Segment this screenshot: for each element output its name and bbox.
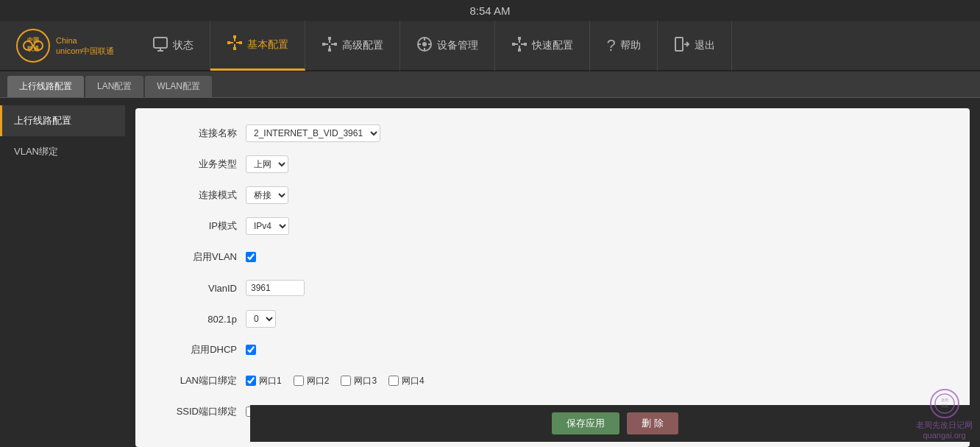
tab-upstream[interactable]: 上行线路配置 bbox=[7, 76, 84, 97]
checkbox-enable-vlan[interactable] bbox=[246, 252, 256, 262]
lan-port4[interactable]: 网口4 bbox=[388, 375, 425, 387]
label-vlan-id: VlanID bbox=[157, 283, 246, 294]
lan-port3[interactable]: 网口3 bbox=[341, 375, 377, 387]
svg-rect-32 bbox=[524, 43, 527, 46]
svg-rect-9 bbox=[227, 41, 230, 44]
help-icon: ? bbox=[606, 36, 615, 55]
time-bar: 8:54 AM bbox=[0, 0, 980, 21]
checkbox-lan-port1[interactable] bbox=[246, 376, 256, 386]
sidebar-item-upstream[interactable]: 上行线路配置 bbox=[0, 105, 125, 136]
svg-text:老周: 老周 bbox=[941, 398, 948, 402]
control-connection-mode: 桥接 bbox=[246, 186, 288, 204]
row-enable-vlan: 启用VLAN bbox=[157, 247, 948, 267]
nav-item-device[interactable]: 设备管理 bbox=[400, 21, 495, 71]
svg-rect-10 bbox=[239, 41, 242, 44]
nav-item-basic[interactable]: 基本配置 bbox=[210, 21, 305, 71]
nav-label-status: 状态 bbox=[173, 39, 193, 52]
control-lan-bind: 网口1 网口2 网口3 网口4 bbox=[246, 375, 425, 387]
row-connection-mode: 连接模式 桥接 bbox=[157, 185, 948, 205]
svg-rect-30 bbox=[518, 37, 521, 40]
nav-items: 状态 基本配置 bbox=[136, 21, 965, 71]
label-ip-mode: IP模式 bbox=[157, 219, 246, 233]
select-service-type[interactable]: 上网 bbox=[246, 155, 288, 173]
watermark-line1: 老周先改日记网 bbox=[916, 420, 973, 431]
row-vlan-id: VlanID bbox=[157, 278, 948, 298]
row-lan-bind: LAN端口绑定 网口1 网口2 网口3 bbox=[157, 370, 948, 391]
sidebar: 上行线路配置 VLAN绑定 bbox=[0, 98, 125, 442]
select-connection-mode[interactable]: 桥接 bbox=[246, 186, 288, 204]
svg-rect-18 bbox=[334, 43, 337, 46]
nav-item-quick[interactable]: 快速配置 bbox=[495, 21, 590, 71]
watermark: 老周 先改 老周先改日记网 quangai.org bbox=[916, 389, 973, 440]
control-service-type: 上网 bbox=[246, 155, 288, 173]
lan-port1[interactable]: 网口1 bbox=[246, 375, 282, 387]
basic-icon bbox=[227, 35, 243, 54]
current-time: 8:54 AM bbox=[469, 4, 510, 17]
label-lan-bind: LAN端口绑定 bbox=[157, 374, 246, 387]
svg-rect-8 bbox=[233, 35, 236, 38]
sidebar-item-vlan[interactable]: VLAN绑定 bbox=[0, 136, 125, 167]
svg-rect-19 bbox=[328, 49, 331, 52]
quick-icon bbox=[511, 36, 528, 56]
nav-label-basic: 基本配置 bbox=[247, 38, 288, 52]
nav-label-advanced: 高级配置 bbox=[342, 39, 383, 52]
tab-wlan[interactable]: WLAN配置 bbox=[145, 76, 212, 97]
logo-icon: 中国 联通 bbox=[15, 27, 52, 64]
checkbox-enable-dhcp[interactable] bbox=[246, 345, 256, 355]
delete-button[interactable]: 删 除 bbox=[627, 412, 678, 434]
watermark-circle: 老周 先改 bbox=[930, 389, 959, 418]
nav-label-exit: 退出 bbox=[695, 39, 715, 52]
nav-item-help[interactable]: ? 帮助 bbox=[590, 21, 657, 71]
nav-item-status[interactable]: 状态 bbox=[136, 21, 210, 71]
row-ip-mode: IP模式 IPv4 bbox=[157, 216, 948, 236]
form-card: 连接名称 2_INTERNET_B_VID_3961 业务类型 上网 bbox=[135, 108, 970, 447]
bottom-buttons: 保存应用 删 除 bbox=[250, 405, 980, 442]
control-vlan-id bbox=[246, 280, 305, 296]
select-ip-mode[interactable]: IPv4 bbox=[246, 217, 289, 235]
save-button[interactable]: 保存应用 bbox=[552, 412, 619, 434]
label-connection-name: 连接名称 bbox=[157, 127, 246, 140]
tab-bar: 上行线路配置 LAN配置 WLAN配置 bbox=[0, 71, 980, 98]
label-service-type: 业务类型 bbox=[157, 158, 246, 171]
nav-item-advanced[interactable]: 高级配置 bbox=[305, 21, 400, 71]
svg-rect-11 bbox=[233, 47, 236, 50]
label-8021p: 802.1p bbox=[157, 314, 246, 325]
logo: 中国 联通 China unicom中国联通 bbox=[15, 27, 114, 64]
svg-rect-5 bbox=[154, 38, 167, 48]
exit-icon bbox=[674, 36, 690, 56]
control-enable-dhcp bbox=[246, 345, 256, 355]
control-ip-mode: IPv4 bbox=[246, 217, 289, 235]
nav-item-exit[interactable]: 退出 bbox=[658, 21, 732, 71]
svg-rect-16 bbox=[328, 37, 331, 40]
label-ssid-bind: SSID端口绑定 bbox=[157, 405, 246, 418]
nav-label-device: 设备管理 bbox=[437, 39, 478, 52]
select-connection-name[interactable]: 2_INTERNET_B_VID_3961 bbox=[246, 124, 380, 142]
control-connection-name: 2_INTERNET_B_VID_3961 bbox=[246, 124, 380, 142]
watermark-line2: quangai.org bbox=[916, 431, 973, 440]
nav-bar: 中国 联通 China unicom中国联通 状态 bbox=[0, 21, 980, 71]
lan-port2[interactable]: 网口2 bbox=[294, 375, 330, 387]
svg-rect-38 bbox=[675, 38, 683, 51]
svg-point-25 bbox=[422, 42, 427, 46]
input-vlan-id[interactable] bbox=[246, 280, 305, 296]
control-enable-vlan bbox=[246, 252, 256, 262]
advanced-icon bbox=[322, 36, 338, 56]
svg-text:中国: 中国 bbox=[27, 37, 39, 43]
row-connection-name: 连接名称 2_INTERNET_B_VID_3961 bbox=[157, 123, 948, 144]
svg-rect-31 bbox=[512, 43, 515, 46]
select-8021p[interactable]: 0 bbox=[246, 310, 276, 328]
svg-rect-17 bbox=[322, 43, 325, 46]
checkbox-lan-port4[interactable] bbox=[388, 376, 399, 386]
row-service-type: 业务类型 上网 bbox=[157, 154, 948, 175]
device-icon bbox=[416, 36, 433, 56]
content-area: 连接名称 2_INTERNET_B_VID_3961 业务类型 上网 bbox=[125, 98, 980, 447]
row-8021p: 802.1p 0 bbox=[157, 309, 948, 329]
tab-lan[interactable]: LAN配置 bbox=[85, 76, 143, 97]
logo-text: China unicom中国联通 bbox=[56, 35, 114, 57]
label-enable-vlan: 启用VLAN bbox=[157, 250, 246, 264]
svg-text:联通: 联通 bbox=[26, 45, 40, 52]
checkbox-lan-port2[interactable] bbox=[294, 376, 304, 386]
checkbox-lan-port3[interactable] bbox=[341, 376, 351, 386]
content-wrapper: 连接名称 2_INTERNET_B_VID_3961 业务类型 上网 bbox=[125, 98, 980, 442]
main-layout: 上行线路配置 VLAN绑定 连接名称 2_INTERNET_B_VID_3961 bbox=[0, 98, 980, 442]
